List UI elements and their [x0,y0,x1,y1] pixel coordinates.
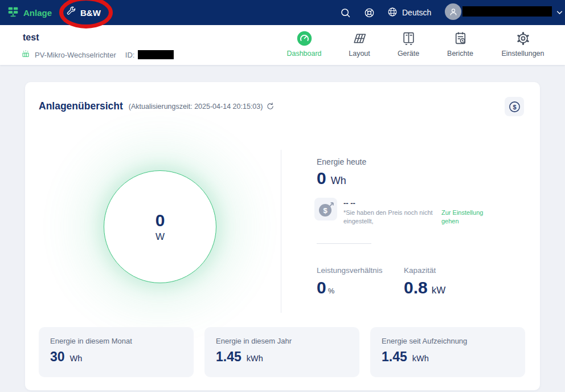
stat-month-value: 30 [50,349,65,365]
svg-text:$: $ [513,103,516,110]
stat-month-label: Energie in diesem Monat [50,337,132,345]
price-coin-icon: $ [314,198,337,220]
current-power-value: 0 [155,211,165,230]
stat-card-month: Energie in diesem Monat 30 Wh [39,327,194,377]
svg-text:$: $ [323,206,327,215]
language-selector[interactable]: Deutsch [387,0,431,25]
stat-year-label: Energie in diesem Jahr [216,337,292,345]
tab-dashboard-label: Dashboard [278,50,330,58]
nav-tab-anlage-label: Anlage [23,8,52,18]
dollar-circle-icon: $ [508,100,521,113]
capacity-value: 0.8 [404,278,428,297]
plant-id-label: ID: [125,51,135,59]
plant-type-label: PV-Mikro-Wechselrichter [35,51,116,59]
go-to-settings-link[interactable]: Zur Einstellung gehen [441,209,498,226]
wrench-icon [65,6,76,19]
redacted-username [462,6,552,17]
stat-card-lifetime: Energie seit Aufzeichnung 1.45 kWh [370,327,525,377]
current-power-unit: W [155,231,165,243]
vertical-divider [281,150,281,313]
stat-lifetime-value: 1.45 [382,349,407,365]
capacity-label: Kapazität [404,266,436,275]
stat-lifetime-label: Energie seit Aufzeichnung [382,337,467,345]
tab-berichte-label: Berichte [434,50,486,58]
help-lifebuoy-icon[interactable] [363,6,375,19]
performance-ratio-value: 0 [317,278,326,297]
layout-panel-icon [333,30,386,47]
stat-year-value: 1.45 [216,349,241,365]
stat-year-unit: kWh [247,354,263,363]
cabinet-icon [382,30,435,47]
energy-today-value: 0 [317,169,326,188]
tab-geraete-label: Geräte [382,50,435,58]
solar-panel-icon [7,6,19,20]
updated-timestamp: (Aktualisierungszeit: 2025-04-14 20:15:0… [129,103,263,111]
energy-today-label: Energie heute [317,157,366,166]
capacity-unit: kW [432,285,446,296]
stat-card-year: Energie in diesem Jahr 1.45 kWh [204,327,359,377]
nav-tab-bw[interactable]: B&W [65,0,101,25]
tab-layout-label: Layout [333,50,386,58]
performance-ratio-label: Leistungsverhältnis [317,266,383,275]
overview-title: Anlagenübersicht [39,100,123,112]
gear-icon [497,30,549,47]
language-label: Deutsch [402,8,431,17]
tab-layout[interactable]: Layout [333,30,386,58]
refresh-icon[interactable] [266,102,275,111]
horizontal-divider [317,243,371,244]
price-value: -- -- [343,199,355,207]
inverter-icon [22,49,31,60]
globe-icon [387,6,398,19]
plant-header: test PV-Mikro-Wechselrichter ID: Dashboa… [0,25,565,65]
tab-geraete[interactable]: Geräte [382,30,435,58]
chevron-down-icon[interactable] [555,7,564,17]
currency-settings-button[interactable]: $ [505,97,524,116]
stat-month-unit: Wh [70,354,83,363]
redacted-plant-id [138,50,174,59]
tab-einstellungen-label: Einstellungen [497,50,549,58]
search-icon[interactable] [339,6,351,19]
nav-tab-anlage[interactable]: Anlage [7,0,52,25]
performance-ratio-unit: % [328,287,335,295]
user-avatar[interactable] [445,3,461,20]
report-clipboard-icon [434,30,486,47]
tab-einstellungen[interactable]: Einstellungen [497,30,549,58]
dashboard-gauge-icon [278,30,330,47]
stat-lifetime-unit: kWh [412,354,429,363]
tab-berichte[interactable]: Berichte [434,30,486,58]
nav-tab-bw-label: B&W [80,8,101,18]
tab-dashboard[interactable]: Dashboard [278,30,330,58]
current-power-gauge: 0 W [104,170,216,283]
plant-name: test [23,32,39,43]
top-navbar: Anlage B&W Deutsch [0,0,565,25]
price-not-set-note: *Sie haben den Preis noch nicht eingeste… [343,209,445,226]
plant-overview-card: Anlagenübersicht (Aktualisierungszeit: 2… [25,82,540,390]
plant-meta: PV-Mikro-Wechselrichter ID: [22,49,174,60]
energy-today-unit: Wh [331,175,346,187]
